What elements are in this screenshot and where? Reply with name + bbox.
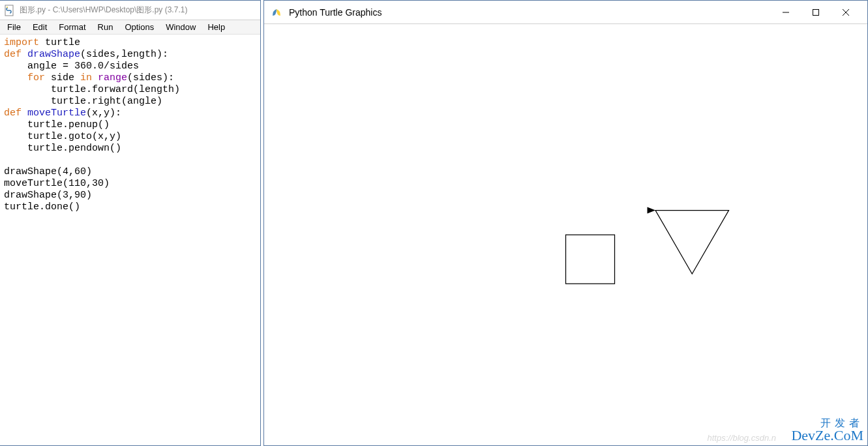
idle-menubar: File Edit Format Run Options Window Help	[0, 20, 260, 35]
turtle-drawing	[264, 24, 867, 445]
devze-watermark: 开发者 DevZe.CoM	[791, 418, 863, 443]
idle-window-title: 图形.py - C:\Users\HWP\Desktop\图形.py (3.7.…	[20, 5, 187, 16]
menu-edit[interactable]: Edit	[27, 21, 53, 33]
turtle-canvas: https://blog.csdn.n 开发者 DevZe.CoM	[264, 24, 867, 445]
svg-rect-3	[813, 9, 819, 15]
menu-help[interactable]: Help	[202, 21, 231, 33]
maximize-button[interactable]	[801, 3, 831, 22]
menu-format[interactable]: Format	[53, 21, 91, 33]
code-editor[interactable]: import turtle def drawShape(sides,length…	[0, 35, 260, 445]
window-controls	[771, 3, 861, 22]
turtle-graphics-window: Python Turtle Graphics ht	[263, 0, 868, 446]
idle-titlebar[interactable]: 图形.py - C:\Users\HWP\Desktop\图形.py (3.7.…	[0, 1, 260, 20]
svg-marker-6	[648, 207, 656, 214]
idle-editor-window: 图形.py - C:\Users\HWP\Desktop\图形.py (3.7.…	[0, 0, 261, 446]
menu-file[interactable]: File	[1, 21, 27, 33]
close-button[interactable]	[831, 3, 861, 22]
python-file-icon	[4, 5, 16, 16]
menu-options[interactable]: Options	[119, 21, 160, 33]
turtle-titlebar[interactable]: Python Turtle Graphics	[264, 1, 867, 24]
menu-run[interactable]: Run	[92, 21, 119, 33]
turtle-window-title: Python Turtle Graphics	[289, 7, 771, 18]
turtle-app-icon	[271, 7, 282, 18]
minimize-button[interactable]	[771, 3, 801, 22]
menu-window[interactable]: Window	[160, 21, 202, 33]
csdn-watermark: https://blog.csdn.n	[707, 433, 776, 443]
svg-point-1	[7, 7, 8, 8]
